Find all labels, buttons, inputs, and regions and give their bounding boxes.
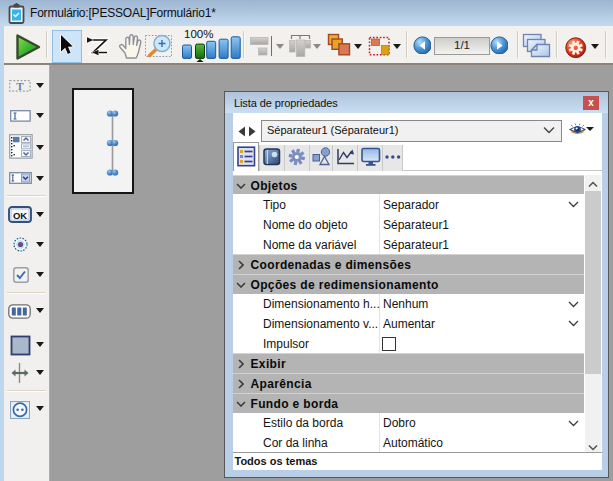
svg-text:T: T bbox=[16, 80, 24, 92]
svg-text:OK: OK bbox=[13, 210, 27, 221]
